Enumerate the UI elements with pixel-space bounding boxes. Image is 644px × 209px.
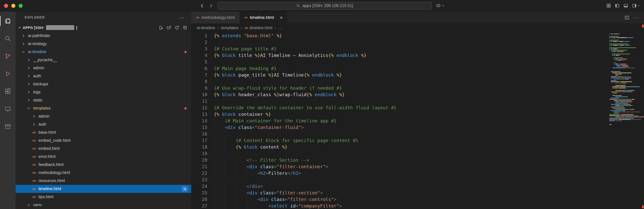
breadcrumb-item-…[interactable]: … <box>278 26 282 30</box>
code-line: <div class="container-fluid"> <box>214 124 644 131</box>
more-actions-icon[interactable]: ··· <box>179 14 185 20</box>
tree-item-label: tips.html <box>38 195 54 199</box>
activity-run-and-debug-button[interactable] <box>0 65 16 83</box>
tree-folder-templates[interactable]: templates <box>16 104 191 112</box>
line-number: 23 <box>191 177 214 183</box>
tree-item-label: static <box>33 98 43 102</box>
code-line: {# Content block for specific page conte… <box>214 137 644 144</box>
tree-item-label: feedback.html <box>38 162 64 167</box>
breadcrumb-item-ai-timeline[interactable]: ai-timeline <box>197 26 215 30</box>
extensions-icon <box>5 88 11 95</box>
tab-label: methodology.html <box>202 15 235 20</box>
chevron-right-icon <box>26 90 31 94</box>
minimize-window-button[interactable] <box>11 4 15 8</box>
copilot-icon <box>436 3 441 8</box>
search-icon <box>296 4 300 8</box>
tree-file-timeline.html[interactable]: <>timeline.html4 <box>16 185 191 193</box>
close-window-button[interactable] <box>4 4 8 8</box>
breadcrumb-item-templates[interactable]: templates <box>221 26 238 30</box>
zoom-window-button[interactable] <box>19 4 23 8</box>
tree-folder-__pycache__[interactable]: __pycache__ <box>16 56 191 64</box>
window-controls <box>4 0 23 11</box>
tree-file-embed.html[interactable]: <>embed.html <box>16 145 191 153</box>
chevron-right-icon <box>26 98 31 102</box>
tab-timeline.html[interactable]: <>timeline.html× <box>240 12 288 23</box>
tree-folder-admin[interactable]: admin <box>16 64 191 72</box>
tree-folder-logs[interactable]: logs <box>16 88 191 96</box>
tree-file-error.html[interactable]: <>error.html <box>16 153 191 161</box>
activity-remote-explorer-button[interactable] <box>0 100 16 118</box>
new-folder-icon[interactable] <box>167 25 171 30</box>
tree-file-tips.html[interactable]: <>tips.html <box>16 193 191 201</box>
more-actions-icon[interactable]: ··· <box>634 15 639 20</box>
activity-search-button[interactable] <box>0 30 16 47</box>
tree-item-label: error.html <box>38 154 56 159</box>
html-file-icon: <> <box>196 16 199 19</box>
html-file-icon: <> <box>31 195 37 199</box>
tree-item-label: methodology.html <box>38 170 70 175</box>
refresh-icon[interactable] <box>175 25 179 30</box>
tab-methodology.html[interactable]: <>methodology.html <box>191 12 240 23</box>
tree-item-label: admin <box>38 114 50 119</box>
forward-button[interactable] <box>209 3 214 8</box>
layout-grid-icon[interactable] <box>607 4 611 8</box>
tree-folder-ai-strategy[interactable]: ai-strategy <box>16 40 191 48</box>
code-line <box>214 177 644 183</box>
chevron-right-icon: › <box>241 25 242 30</box>
new-file-icon[interactable] <box>159 25 163 30</box>
search-icon <box>5 35 11 42</box>
line-number: 9 <box>191 85 214 91</box>
customize-layout-button[interactable] <box>632 4 640 8</box>
chevron-down-icon <box>21 50 26 54</box>
tree-folder-ai-pathfinder[interactable]: ai-pathfinder <box>16 32 191 40</box>
tree-folder-static[interactable]: static <box>16 96 191 104</box>
split-editor-icon[interactable] <box>625 15 629 20</box>
workspace-section-header[interactable]: APPS [SSH:] <box>16 23 191 32</box>
chevron-right-icon <box>21 42 26 46</box>
line-number: 5 <box>191 59 214 65</box>
tree-folder-auth[interactable]: auth <box>16 120 191 128</box>
tree-file-resources.html[interactable]: <>resources.html <box>16 177 191 185</box>
chevron-down-icon <box>18 25 22 29</box>
chevron-right-icon <box>26 74 31 78</box>
tree-item-label: auth <box>33 74 41 78</box>
tree-folder-venv[interactable]: venv <box>16 201 191 209</box>
minimap[interactable] <box>608 33 641 125</box>
tree-item-label: ai-pathfinder <box>28 33 50 38</box>
line-number: 17 <box>191 137 214 144</box>
code-line: {% extends "base.html" %} <box>214 32 644 39</box>
explorer-toolbar <box>159 25 187 30</box>
tree-item-label: ai-strategy <box>28 42 47 46</box>
breadcrumb-item-timeline.html[interactable]: <>timeline.html <box>245 26 272 30</box>
tree-file-embed_code.html[interactable]: <>embed_code.html <box>16 136 191 145</box>
debug-icon <box>5 71 11 77</box>
tree-folder-auth[interactable]: auth <box>16 72 191 80</box>
code-line: {# Main container for the timeline app #… <box>214 118 644 124</box>
code-line: <select id="companyFilter"> <box>214 203 644 209</box>
back-button[interactable] <box>199 3 205 8</box>
tree-file-base.html[interactable]: <>base.html <box>16 128 191 136</box>
tree-file-feedback.html[interactable]: <>feedback.html <box>16 161 191 169</box>
redacted-host <box>46 25 74 30</box>
command-center-search[interactable]: apps [SSH: 208.109.215.51] <box>218 2 432 10</box>
code-line: <div class="filter-container"> <box>214 163 644 170</box>
activity-source-control-button[interactable] <box>0 47 16 65</box>
code-editor[interactable]: {% extends "base.html" %}{# Custom page … <box>214 32 644 209</box>
collapse-all-icon[interactable] <box>183 25 187 30</box>
tree-folder-admin[interactable]: admin <box>16 112 191 120</box>
tree-folder-backups[interactable]: backups <box>16 80 191 88</box>
explorer-header: EXPLORER ··· <box>16 12 191 23</box>
copilot-menu[interactable] <box>436 3 445 8</box>
activity-extensions-button[interactable] <box>0 83 16 100</box>
toggle-panel-icon[interactable] <box>624 4 628 8</box>
activity-explorer-button[interactable] <box>0 12 16 30</box>
html-file-icon: <> <box>31 147 37 151</box>
line-number: 20 <box>191 157 214 163</box>
code-line: {% block page_title %}AI Timeline{% endb… <box>214 72 644 78</box>
code-line: {% block title %}AI Timeline — Annielyti… <box>214 52 644 59</box>
tree-file-methodology.html[interactable]: <>methodology.html <box>16 169 191 177</box>
activity-resource-drawer-button[interactable] <box>0 118 16 135</box>
toggle-primary-sidebar-icon[interactable] <box>615 4 619 8</box>
close-icon[interactable]: × <box>280 15 283 20</box>
tree-folder-ai-timeline[interactable]: ai-timeline <box>16 48 191 56</box>
